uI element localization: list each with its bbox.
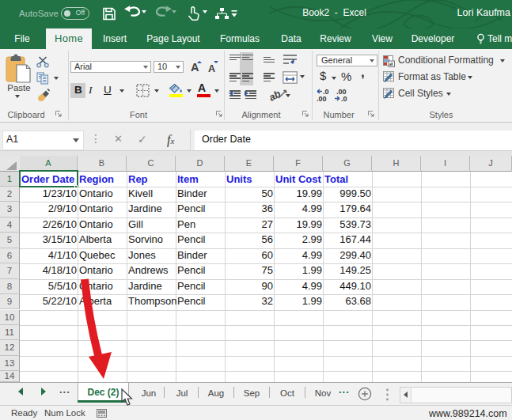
svg-text:.00: .00: [317, 95, 327, 102]
svg-text:.0: .0: [341, 95, 347, 102]
